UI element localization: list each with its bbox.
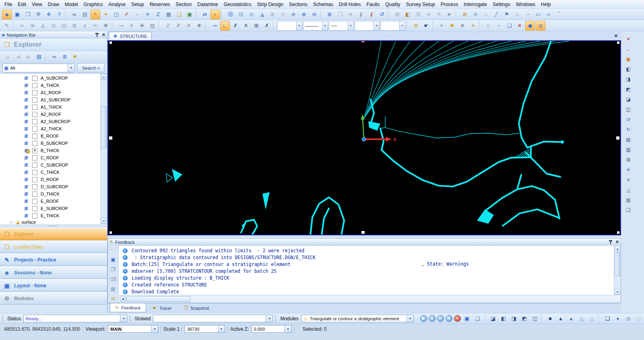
load-image-icon[interactable]: ❏▾ <box>174 10 184 19</box>
status-window-icon[interactable]: ▫▾ <box>132 10 142 19</box>
pin-icon[interactable] <box>95 33 99 37</box>
view-plane-4-icon[interactable]: ◩▾ <box>520 314 529 324</box>
move-point-icon[interactable]: ✛▾ <box>127 21 136 31</box>
navbtn-sessions[interactable]: ☻ Sessions - None <box>0 266 107 279</box>
snap-grid-icon[interactable]: ⊞▾ <box>252 21 261 31</box>
rotate-right-icon[interactable]: ↻▾ <box>624 125 633 134</box>
cascade-windows-icon[interactable]: ❐▾ <box>23 10 33 19</box>
drag-drop-icon[interactable]: ☛▾ <box>70 52 80 62</box>
tree-item[interactable]: ≣ A1_ROOF <box>0 89 101 96</box>
menu-item[interactable]: Drill Holes <box>336 1 364 8</box>
menu-item[interactable]: Faults <box>364 1 383 8</box>
north-arrow-icon[interactable]: △▾ <box>624 185 633 194</box>
menu-item[interactable]: Model <box>62 1 81 8</box>
details-icon[interactable]: ▤▾ <box>34 52 44 62</box>
explode-string-icon[interactable]: ✹▾ <box>194 21 204 31</box>
redisplay-icon[interactable]: Ⓡ▾ <box>226 10 235 19</box>
stowed-select[interactable]: ▼ <box>153 315 273 322</box>
visibility-checkbox[interactable] <box>32 141 37 146</box>
navbtn-explorer[interactable]: ❒ Explorer <box>0 228 107 240</box>
flag-icon[interactable]: ⚑▾ <box>502 10 512 19</box>
scroll-up-icon[interactable]: ▲ <box>615 246 620 252</box>
curve-fit-icon[interactable]: ∧▾ <box>80 21 90 31</box>
next-view-icon[interactable]: →▾ <box>624 45 633 54</box>
zoom-select-icon[interactable]: ⊙▾ <box>247 10 256 19</box>
detach-file-icon[interactable]: ∮▾ <box>367 10 376 19</box>
copy-selection-icon[interactable]: ❏▾ <box>504 21 514 31</box>
visibility-checkbox[interactable] <box>32 105 37 110</box>
sunlight-icon[interactable]: ☀▾ <box>468 21 478 31</box>
line-style-picker[interactable]: ———▾ <box>303 21 328 31</box>
search-button[interactable]: Search » <box>77 63 105 72</box>
visibility-checkbox[interactable] <box>32 134 37 139</box>
visibility-checkbox[interactable] <box>32 177 37 182</box>
show-layers-icon[interactable]: ≣▾ <box>278 10 288 19</box>
view-plane-3-icon[interactable]: ◨▾ <box>509 314 519 324</box>
solid-pyramid-2-icon[interactable]: ▲▾ <box>566 314 576 324</box>
plan-view-icon[interactable]: ◨▾ <box>624 75 633 84</box>
menu-item[interactable]: Schemas <box>310 1 336 8</box>
scroll-left-icon[interactable]: ◀ <box>120 296 126 302</box>
dropdown-arrow-icon[interactable]: ▼ <box>266 315 272 322</box>
tree-item[interactable]: ≣ C_ROOF <box>0 154 101 161</box>
break-string-icon[interactable]: ✂▾ <box>91 21 100 31</box>
menu-item[interactable]: File <box>2 1 15 8</box>
view-plane-1-icon[interactable]: ◪▾ <box>488 314 498 324</box>
highlight-icon[interactable]: ✦▾ <box>101 10 111 19</box>
attach-file-icon[interactable]: ∮▾ <box>356 10 366 19</box>
dropdown-arrow-icon[interactable]: ▼ <box>120 315 127 322</box>
view-titles-icon[interactable]: ∞▾ <box>50 52 59 62</box>
delete-point-icon[interactable]: ▨▾ <box>148 21 157 31</box>
zoom-in-icon[interactable]: ⊕▾ <box>299 10 309 19</box>
wedge-icon[interactable]: ◇▾ <box>634 314 644 324</box>
visibility-checkbox[interactable] <box>32 148 37 153</box>
rotate-view-icon[interactable]: ◈▾ <box>2 10 12 19</box>
image-properties-icon[interactable]: ▤▾ <box>80 10 90 19</box>
dropdown-arrow-icon[interactable]: ▼ <box>151 326 158 332</box>
iso-view-icon[interactable]: ◫▾ <box>624 105 633 114</box>
snap-clear-icon[interactable]: ✗▾ <box>262 21 272 31</box>
visibility-checkbox[interactable] <box>32 155 37 161</box>
zoom-extents-icon[interactable]: ⊡▾ <box>236 10 246 19</box>
tree-item[interactable]: ≣ A_THICK <box>0 82 101 89</box>
home-icon[interactable]: ⌂▾ <box>3 52 12 62</box>
structure-viewport[interactable]: X <box>107 40 621 235</box>
snap-line-icon[interactable]: ✗▾ <box>231 21 240 31</box>
mail-log-icon[interactable]: ✉▾ <box>109 295 117 303</box>
refresh-icon[interactable]: ⇄▾ <box>200 10 210 19</box>
filter-string-icon[interactable]: ≋▾ <box>28 21 37 31</box>
search-scope-select[interactable]: ▣ All ▼ <box>2 64 75 72</box>
customise-icon[interactable]: ⚒▾ <box>33 10 43 19</box>
visibility-checkbox[interactable] <box>32 112 37 117</box>
save-image-icon[interactable]: ▣▾ <box>185 10 194 19</box>
tree-item[interactable]: ≣ D_SUBCROP <box>0 183 101 190</box>
save-session-icon[interactable]: ▣▾ <box>462 314 472 324</box>
tree-item-surface[interactable]: ▷ ◪ surface <box>0 218 101 224</box>
design-data-icon[interactable]: ◐▾ <box>211 10 220 19</box>
lighting-icon[interactable]: ⚙▾ <box>411 21 421 31</box>
annotate-icon[interactable]: ✎▾ <box>91 10 100 19</box>
menu-item[interactable]: Settings <box>490 1 513 8</box>
visibility-checkbox[interactable] <box>32 213 37 218</box>
axes-icon[interactable]: ✛▾ <box>624 165 633 174</box>
spotlight-icon[interactable]: ✸▾ <box>458 21 467 31</box>
menu-item[interactable]: Graphics <box>81 1 106 8</box>
pan-hand-icon[interactable]: ☛▾ <box>421 21 431 31</box>
smooth-string-icon[interactable]: ≈▾ <box>17 21 27 31</box>
scroll-up-icon[interactable]: ▲ <box>101 74 107 80</box>
tree-scrollbar[interactable]: ▲ ▼ <box>100 74 107 224</box>
clear-selection-icon[interactable]: ✕▾ <box>515 21 524 31</box>
view-plane-2-icon[interactable]: ◧▾ <box>499 314 508 324</box>
tree-item[interactable]: ≣ B_ROOF <box>0 132 101 140</box>
circle-icon[interactable]: ◔▾ <box>523 10 533 19</box>
tree-item[interactable]: ≣ D_ROOF <box>0 176 101 183</box>
text-icon[interactable]: A▾ <box>471 10 480 19</box>
visibility-checkbox[interactable] <box>32 126 37 132</box>
grip-icon[interactable]: ⋯▾ <box>109 246 117 253</box>
edit-string-icon[interactable]: ✎▾ <box>2 21 12 31</box>
rectangle-icon[interactable]: ▭▾ <box>533 10 543 19</box>
clip-strings-icon[interactable]: ⊡▾ <box>59 21 69 31</box>
tree-item[interactable]: ≣ C_SUBCROP <box>0 161 101 169</box>
select-inside-icon[interactable]: ◉▾ <box>525 21 535 31</box>
scroll-down-icon[interactable]: ▼ <box>615 289 620 295</box>
